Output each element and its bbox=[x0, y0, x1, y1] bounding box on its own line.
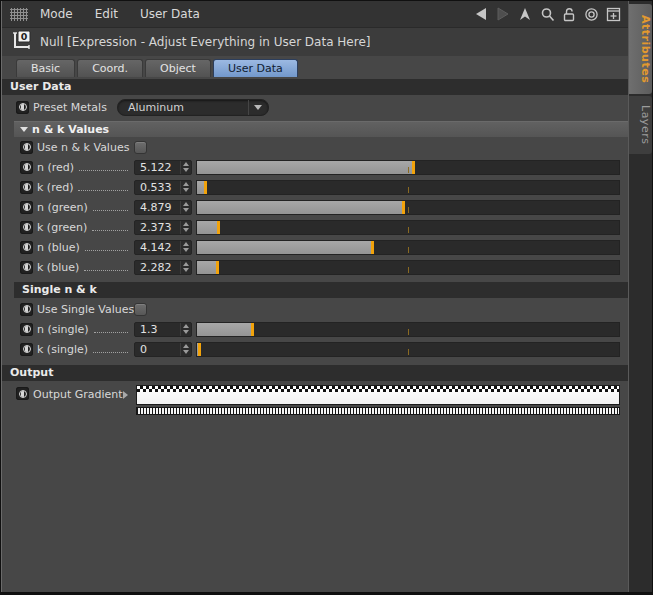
n-green-input[interactable]: 4.879 bbox=[134, 200, 192, 215]
k-blue-input[interactable]: 2.282 bbox=[134, 260, 192, 275]
slider-midpoint-tick bbox=[408, 267, 409, 273]
k-red-row: k (red) 0.533 bbox=[20, 179, 620, 195]
dotted-leader bbox=[79, 170, 128, 171]
group-header-nk-values[interactable]: n & k Values bbox=[14, 121, 628, 137]
slider-midpoint-tick bbox=[408, 227, 409, 233]
use-nk-values-checkbox[interactable] bbox=[134, 141, 147, 154]
use-nk-values-label: Use n & k Values bbox=[37, 141, 129, 154]
n-single-input[interactable]: 1.3 bbox=[134, 322, 192, 337]
history-forward-icon[interactable] bbox=[494, 5, 512, 23]
param-access-icon[interactable] bbox=[16, 101, 29, 114]
menu-mode[interactable]: Mode bbox=[40, 7, 73, 21]
select-arrow-icon[interactable] bbox=[516, 5, 534, 23]
add-panel-icon[interactable] bbox=[604, 5, 622, 23]
tab-user-data[interactable]: User Data bbox=[213, 59, 298, 77]
spinner-icon[interactable] bbox=[180, 221, 191, 234]
k-single-label: k (single) bbox=[37, 343, 88, 356]
tab-object[interactable]: Object bbox=[145, 59, 211, 77]
dotted-leader bbox=[92, 230, 128, 231]
spinner-icon[interactable] bbox=[180, 241, 191, 254]
n-green-row: n (green) 4.879 bbox=[20, 199, 620, 215]
param-access-icon[interactable] bbox=[20, 303, 33, 316]
slider-midpoint-tick bbox=[408, 167, 409, 173]
k-red-label: k (red) bbox=[37, 181, 73, 194]
side-tab-attributes[interactable]: Attributes bbox=[629, 4, 652, 94]
spinner-icon[interactable] bbox=[180, 343, 191, 356]
output-gradient-label: Output Gradient bbox=[33, 388, 119, 401]
param-access-icon[interactable] bbox=[20, 161, 33, 174]
section-header-single-nk: Single n & k bbox=[14, 282, 628, 298]
spinner-icon[interactable] bbox=[180, 201, 191, 214]
param-access-icon[interactable] bbox=[20, 141, 33, 154]
n-green-label: n (green) bbox=[37, 201, 88, 214]
dotted-leader bbox=[78, 190, 128, 191]
n-single-slider[interactable] bbox=[196, 322, 620, 337]
slider-midpoint-tick bbox=[408, 329, 409, 335]
expand-triangle-icon[interactable] bbox=[123, 391, 128, 399]
k-red-slider[interactable] bbox=[196, 180, 620, 195]
spinner-icon[interactable] bbox=[180, 181, 191, 194]
menu-edit[interactable]: Edit bbox=[95, 7, 118, 21]
param-access-icon[interactable] bbox=[20, 323, 33, 336]
n-red-row: n (red) 5.122 bbox=[20, 159, 620, 175]
spinner-icon[interactable] bbox=[180, 323, 191, 336]
output-gradient-widget[interactable] bbox=[136, 385, 620, 415]
slider-midpoint-tick bbox=[408, 247, 409, 253]
lock-open-icon[interactable] bbox=[560, 5, 578, 23]
n-green-slider[interactable] bbox=[196, 200, 620, 215]
param-access-icon[interactable] bbox=[20, 221, 33, 234]
drag-handle-icon[interactable] bbox=[10, 8, 28, 21]
menu-user-data[interactable]: User Data bbox=[140, 7, 200, 21]
collapse-triangle-icon bbox=[20, 127, 28, 132]
use-single-values-label: Use Single Values bbox=[37, 303, 134, 316]
svg-text:0: 0 bbox=[21, 31, 28, 42]
gradient-preview-bar[interactable] bbox=[136, 385, 620, 405]
group-title: n & k Values bbox=[32, 122, 109, 138]
side-tab-layers[interactable]: Layers bbox=[629, 96, 652, 154]
param-access-icon[interactable] bbox=[20, 181, 33, 194]
k-single-input[interactable]: 0 bbox=[134, 342, 192, 357]
n-single-label: n (single) bbox=[37, 323, 89, 336]
n-single-row: n (single) 1.3 bbox=[20, 321, 620, 337]
param-access-icon[interactable] bbox=[20, 241, 33, 254]
tab-bar: Basic Coord. Object User Data bbox=[2, 56, 628, 77]
k-green-row: k (green) 2.373 bbox=[20, 219, 620, 235]
param-access-icon[interactable] bbox=[16, 387, 29, 400]
k-red-input[interactable]: 0.533 bbox=[134, 180, 192, 195]
k-green-slider[interactable] bbox=[196, 220, 620, 235]
use-nk-values-row: Use n & k Values bbox=[20, 139, 620, 155]
alpha-checker-strip bbox=[137, 386, 619, 392]
attributes-content: User Data Preset Metals Aluminum n & k V… bbox=[2, 77, 628, 592]
chevron-down-icon bbox=[248, 100, 268, 115]
param-access-icon[interactable] bbox=[20, 261, 33, 274]
history-back-icon[interactable] bbox=[472, 5, 490, 23]
spinner-icon[interactable] bbox=[180, 261, 191, 274]
use-single-values-checkbox[interactable] bbox=[134, 303, 147, 316]
n-red-label: n (red) bbox=[37, 161, 74, 174]
k-single-slider[interactable] bbox=[196, 342, 620, 357]
n-red-slider[interactable] bbox=[196, 160, 620, 175]
target-icon[interactable] bbox=[582, 5, 600, 23]
section-header-output: Output bbox=[2, 365, 628, 381]
n-blue-slider[interactable] bbox=[196, 240, 620, 255]
tab-basic[interactable]: Basic bbox=[16, 59, 75, 77]
search-icon[interactable] bbox=[538, 5, 556, 23]
n-blue-row: n (blue) 4.142 bbox=[20, 239, 620, 255]
k-blue-slider[interactable] bbox=[196, 260, 620, 275]
output-gradient-row: Output Gradient bbox=[16, 385, 620, 415]
null-object-icon: 0 bbox=[10, 29, 32, 55]
preset-metals-dropdown[interactable]: Aluminum bbox=[117, 99, 269, 116]
spinner-icon[interactable] bbox=[180, 161, 191, 174]
dotted-leader bbox=[93, 210, 128, 211]
n-blue-input[interactable]: 4.142 bbox=[134, 240, 192, 255]
tab-coord[interactable]: Coord. bbox=[77, 59, 143, 77]
k-single-row: k (single) 0 bbox=[20, 341, 620, 357]
gradient-knots-strip[interactable] bbox=[136, 407, 620, 415]
dotted-leader bbox=[85, 250, 128, 251]
preset-metals-row: Preset Metals Aluminum bbox=[16, 99, 620, 115]
slider-midpoint-tick bbox=[408, 349, 409, 355]
n-red-input[interactable]: 5.122 bbox=[134, 160, 192, 175]
param-access-icon[interactable] bbox=[20, 201, 33, 214]
k-green-input[interactable]: 2.373 bbox=[134, 220, 192, 235]
param-access-icon[interactable] bbox=[20, 343, 33, 356]
